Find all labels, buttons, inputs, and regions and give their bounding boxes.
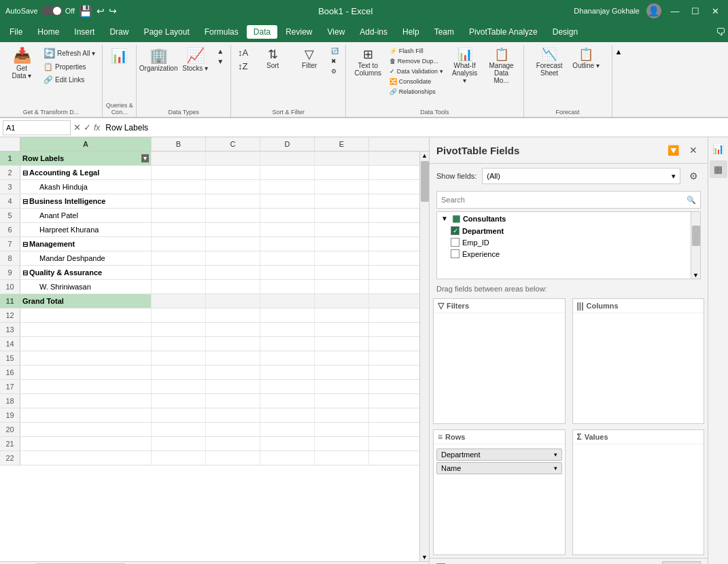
fields-scroll-down[interactable]: ▼ [691, 272, 700, 279]
cell-d4[interactable] [260, 194, 315, 208]
cell-a20[interactable] [20, 423, 152, 436]
cell-b13[interactable] [152, 323, 206, 336]
consolidate-button[interactable]: 🔀 Consolidate [387, 77, 445, 86]
cell-c11[interactable] [206, 294, 260, 308]
cell-d20[interactable] [260, 423, 315, 436]
menu-home[interactable]: Home [31, 25, 66, 39]
scroll-down-arrow[interactable]: ▼ [421, 553, 428, 561]
cell-c9[interactable] [206, 266, 260, 279]
fields-search-input[interactable] [437, 196, 682, 204]
cell-b19[interactable] [152, 408, 206, 422]
cell-c4[interactable] [206, 194, 260, 208]
menu-design[interactable]: Design [546, 25, 585, 39]
scroll-up-arrow[interactable]: ▲ [421, 152, 428, 160]
cell-e1[interactable] [315, 152, 369, 165]
cell-c7[interactable] [206, 237, 260, 251]
cell-e16[interactable] [315, 366, 369, 379]
cell-d2[interactable] [260, 166, 315, 179]
cell-e15[interactable] [315, 351, 369, 365]
sort-az-button[interactable]: ↕A [235, 46, 251, 59]
flash-fill-button[interactable]: ⚡ Flash Fill [387, 46, 445, 56]
menu-data[interactable]: Data [247, 25, 277, 39]
maximize-icon[interactable]: ☐ [689, 4, 702, 18]
cell-d13[interactable] [260, 323, 315, 336]
cell-a6[interactable]: Harpreet Khurana [20, 223, 152, 236]
col-header-a[interactable]: A [20, 137, 152, 151]
values-body[interactable] [573, 444, 704, 554]
menu-page-layout[interactable]: Page Layout [137, 25, 196, 39]
forecast-sheet-button[interactable]: 📉 ForecastSheet [532, 46, 567, 79]
col-header-e[interactable]: E [315, 137, 369, 151]
cell-e10[interactable] [315, 280, 369, 294]
cell-b11[interactable] [152, 294, 206, 308]
menu-add-ins[interactable]: Add-ins [353, 25, 394, 39]
insert-function-icon[interactable]: fx [94, 123, 100, 133]
cancel-formula-icon[interactable]: ✕ [73, 122, 81, 133]
cell-a18[interactable] [20, 394, 152, 408]
cell-d22[interactable] [260, 451, 315, 465]
cell-a22[interactable] [20, 451, 152, 465]
cell-a17[interactable] [20, 380, 152, 393]
cell-b9[interactable] [152, 266, 206, 279]
cell-e18[interactable] [315, 394, 369, 408]
ribbon-collapse-btn[interactable]: ▲ [612, 45, 625, 117]
organization-button[interactable]: 🏢 Organization [141, 46, 176, 74]
relationships-button[interactable]: 🔗 Relationships [387, 87, 445, 96]
rows-field-department[interactable]: Department ▾ [436, 448, 562, 461]
pivot-settings-button[interactable]: ⚙ [686, 169, 701, 183]
stocks-button[interactable]: 📈 Stocks ▾ [177, 46, 213, 74]
cell-e7[interactable] [315, 237, 369, 251]
cell-b14[interactable] [152, 337, 206, 351]
menu-help[interactable]: Help [396, 25, 426, 39]
formula-input[interactable] [103, 120, 725, 135]
cell-e4[interactable] [315, 194, 369, 208]
outline-button[interactable]: 📋 Outline ▾ [568, 46, 604, 71]
menu-team[interactable]: Team [428, 25, 461, 39]
cell-a4[interactable]: ⊟ Business Intelligence [20, 194, 152, 208]
filters-body[interactable] [434, 313, 565, 423]
pivot-collapse-button[interactable]: 🔽 [665, 143, 680, 158]
cell-c14[interactable] [206, 337, 260, 351]
undo-icon[interactable]: ↩ [97, 5, 105, 16]
cell-a16[interactable] [20, 366, 152, 379]
cell-c3[interactable] [206, 180, 260, 194]
cell-d3[interactable] [260, 180, 315, 194]
name-box[interactable]: A1 [3, 120, 71, 135]
cell-d9[interactable] [260, 266, 315, 279]
cell-d10[interactable] [260, 280, 315, 294]
col-header-b[interactable]: B [152, 137, 206, 151]
cell-a3[interactable]: Akash Hinduja [20, 180, 152, 194]
department-checkbox[interactable]: ✓ [451, 226, 460, 235]
expand-tree-icon[interactable]: ▼ [441, 215, 448, 222]
cell-b17[interactable] [152, 380, 206, 393]
cell-c2[interactable] [206, 166, 260, 179]
cell-d14[interactable] [260, 337, 315, 351]
cell-b6[interactable] [152, 223, 206, 236]
get-data-button[interactable]: 📥 GetData ▾ [4, 46, 39, 82]
cell-d12[interactable] [260, 309, 315, 322]
col-header-d[interactable]: D [260, 137, 315, 151]
cell-e8[interactable] [315, 251, 369, 265]
cell-d7[interactable] [260, 237, 315, 251]
cell-a19[interactable] [20, 408, 152, 422]
cell-e2[interactable] [315, 166, 369, 179]
cell-b5[interactable] [152, 209, 206, 222]
cell-b7[interactable] [152, 237, 206, 251]
cell-d11[interactable] [260, 294, 315, 308]
cell-d21[interactable] [260, 437, 315, 451]
cell-a1[interactable]: Row Labels ▾ [20, 152, 152, 165]
cell-b2[interactable] [152, 166, 206, 179]
cell-d19[interactable] [260, 408, 315, 422]
cell-b1[interactable] [152, 152, 206, 165]
cell-a14[interactable] [20, 337, 152, 351]
cell-c20[interactable] [206, 423, 260, 436]
sort-button[interactable]: ⇅ Sort [255, 46, 290, 71]
cell-e3[interactable] [315, 180, 369, 194]
data-validation-button[interactable]: ✓ Data Validation ▾ [387, 67, 445, 76]
cell-c6[interactable] [206, 223, 260, 236]
text-to-columns-button[interactable]: ⊞ Text toColumns [350, 46, 385, 79]
cell-e17[interactable] [315, 380, 369, 393]
cell-e21[interactable] [315, 437, 369, 451]
cell-c16[interactable] [206, 366, 260, 379]
cell-c12[interactable] [206, 309, 260, 322]
